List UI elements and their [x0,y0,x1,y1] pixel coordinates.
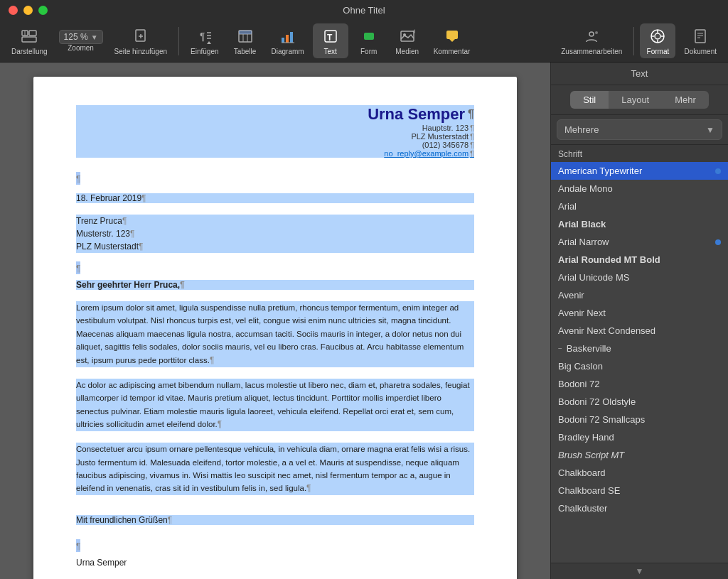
font-list-item[interactable]: American Typewriter [551,162,728,180]
toolbar-add-page[interactable]: Seite hinzufügen [109,23,173,58]
letterhead-city: PLZ Musterstadt¶ [76,132,474,141]
font-list-item[interactable]: Chalkboard [551,464,728,482]
font-list-item[interactable]: Arial [551,197,728,215]
einfuegen-label: Einfügen [191,48,218,55]
font-name: Avenir [558,290,584,301]
font-name: Arial Narrow [558,237,609,247]
diagramm-icon [280,26,296,46]
font-list-item[interactable]: Arial Black [551,215,728,233]
svg-rect-18 [286,35,289,43]
font-list-item[interactable]: −Baskerville [551,340,728,357]
toolbar: Darstellung 125 % ▼ Zoomen Seite hinzufü… [0,20,728,63]
toolbar-tabelle[interactable]: Tabelle [228,23,263,58]
toolbar-medien[interactable]: Medien [390,23,425,58]
maximize-button[interactable] [38,6,48,15]
font-selector[interactable]: Mehrere ▼ [551,115,728,145]
font-list-item[interactable]: Avenir Next Condensed [551,322,728,340]
toolbar-kommentar[interactable]: Kommentar [428,23,476,58]
toolbar-darstellung[interactable]: Darstellung [6,23,53,58]
toolbar-zoom[interactable]: 125 % ▼ Zoomen [56,28,106,53]
font-list-item[interactable]: Chalkduster [551,499,728,517]
font-list-item[interactable]: Avenir [551,286,728,304]
format-icon [650,26,665,46]
font-name: Big Caslon [558,361,603,372]
font-list-item[interactable]: Avenir Next [551,304,728,322]
svg-rect-23 [364,33,374,40]
document-area[interactable]: Urna Semper¶ Hauptstr. 123¶ PLZ Musterst… [0,63,550,579]
collapse-icon: − [558,345,562,352]
svg-rect-1 [29,31,36,36]
panel-header: Text [551,63,728,85]
medien-icon [400,26,415,46]
svg-point-30 [595,31,598,34]
toolbar-diagramm[interactable]: Diagramm [266,23,310,58]
toolbar-zusammenarbeiten[interactable]: Zusammenarbeiten [555,23,628,58]
doc-recipient: Trenz Pruca¶ Musterstr. 123¶ PLZ Musters… [76,215,474,253]
doc-greeting: Sehr geehrter Herr Pruca,¶ [76,280,474,290]
toolbar-format[interactable]: Format [640,23,675,58]
dokument-label: Dokument [684,48,717,55]
toolbar-dokument[interactable]: Dokument [678,23,722,58]
toolbar-form[interactable]: Form [351,23,387,58]
doc-closing: Mit freundlichen Grüßen¶ [76,515,474,525]
font-list-item[interactable]: Big Caslon [551,357,728,375]
font-selected-dot [715,239,721,245]
text-label: Text [323,48,336,55]
svg-point-29 [589,32,594,36]
font-list[interactable]: American TypewriterAndale MonoArialArial… [551,162,728,563]
toolbar-einfuegen[interactable]: ¶ Einfügen [185,23,224,58]
tab-mehr[interactable]: Mehr [662,91,709,109]
kommentar-icon [444,26,460,46]
font-selector-arrow-icon: ▼ [706,125,714,135]
font-name: Chalkduster [558,503,607,514]
tabelle-icon [237,26,253,46]
doc-pilcrow-top: ¶ [76,172,80,185]
letterhead-address1: Hauptstr. 123¶ [76,124,474,132]
letterhead-phone: (012) 345678¶ [76,141,474,149]
schrift-header: Schrift [551,145,728,162]
font-selector-label: Mehrere [564,124,599,135]
font-list-item[interactable]: Arial Rounded MT Bold [551,251,728,269]
font-list-item[interactable]: Arial Narrow [551,233,728,251]
zoom-label: Zoomen [68,44,94,52]
form-icon [361,26,377,46]
kommentar-label: Kommentar [434,48,471,55]
toolbar-text[interactable]: T Text [313,23,348,58]
font-list-item[interactable]: Brush Script MT [551,446,728,464]
window-title: Ohne Titel [343,5,385,16]
font-list-item[interactable]: Bradley Hand [551,428,728,446]
svg-rect-27 [446,31,458,39]
tab-stil[interactable]: Stil [570,91,609,109]
font-name: Bodoni 72 [558,379,600,389]
doc-paragraph-2: Ac dolor ac adipiscing amet bibendum nul… [76,379,474,431]
font-name: Brush Script MT [558,450,624,460]
font-name: Andale Mono [558,183,613,194]
font-list-item[interactable]: Andale Mono [551,180,728,197]
panel-tabs: Stil Layout Mehr [551,85,728,115]
font-list-item[interactable]: Bodoni 72 [551,375,728,393]
einfuegen-icon: ¶ [197,26,213,46]
font-name: Bradley Hand [558,432,614,443]
zoom-value: 125 % [64,32,88,42]
letterhead-name: Urna Semper¶ [76,105,474,124]
font-list-item[interactable]: Arial Unicode MS [551,269,728,286]
font-list-item[interactable]: Bodoni 72 Oldstyle [551,393,728,411]
font-name: Chalkboard SE [558,485,620,496]
scroll-down-arrow-icon[interactable]: ▼ [636,566,644,576]
svg-text:¶: ¶ [200,31,205,42]
panel-scroll-bottom[interactable]: ▼ [551,563,728,579]
pilcrow-icon: ¶ [470,149,474,158]
svg-point-32 [655,33,660,39]
separator-2 [633,27,634,55]
svg-rect-17 [282,38,284,43]
font-list-item[interactable]: Chalkboard SE [551,482,728,499]
letterhead: Urna Semper¶ Hauptstr. 123¶ PLZ Musterst… [76,105,474,158]
font-list-item[interactable]: Bodoni 72 Smallcaps [551,411,728,428]
close-button[interactable] [9,6,18,15]
svg-rect-16 [239,31,252,34]
svg-text:T: T [327,33,333,43]
tab-layout[interactable]: Layout [609,91,662,109]
font-name: American Typewriter [558,166,642,176]
minimize-button[interactable] [23,6,33,15]
doc-paragraph-3: Consectetuer arcu ipsum ornare pellentes… [76,443,474,495]
